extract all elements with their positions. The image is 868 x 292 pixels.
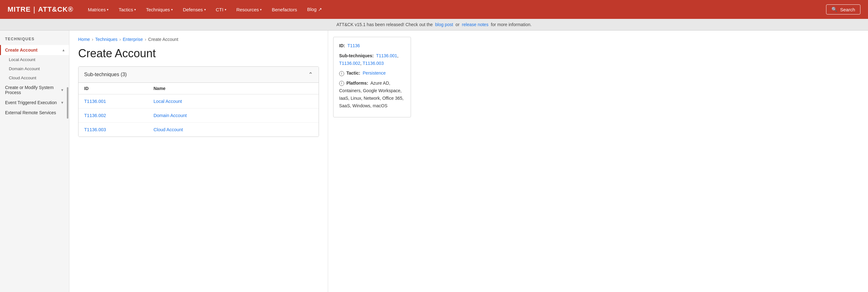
chevron-up-icon: ▲ — [62, 48, 65, 52]
sub-link-2[interactable]: T1136.002 — [339, 61, 360, 66]
main-nav: Matrices ▾ Tactics ▾ Techniques ▾ Defens… — [84, 4, 861, 15]
breadcrumb: Home › Techniques › Enterprise › Create … — [78, 37, 319, 42]
sidebar-scrollbar[interactable] — [67, 87, 68, 119]
release-notes-link[interactable]: release notes — [462, 22, 489, 27]
search-icon: 🔍 — [831, 7, 837, 12]
info-icon: i — [339, 71, 344, 76]
sidebar-item-create-modify[interactable]: Create or Modify System Process ▼ — [0, 82, 69, 98]
sidebar-item-event-triggered[interactable]: Event Triggered Execution ▼ — [0, 98, 69, 108]
id-label: ID: — [339, 43, 345, 48]
table-row: T1136.003 Cloud Account — [79, 123, 319, 137]
subtechnique-name-local-account[interactable]: Local Account — [154, 99, 313, 104]
breadcrumb-enterprise[interactable]: Enterprise — [123, 37, 143, 42]
nav-cti[interactable]: CTI ▾ — [212, 4, 231, 15]
col-id: ID — [84, 86, 154, 91]
subtechnique-name-domain-account[interactable]: Domain Account — [154, 113, 313, 118]
info-id-row: ID: T1136 — [339, 42, 405, 50]
id-value[interactable]: T1136 — [347, 43, 360, 48]
page-title: Create Account — [78, 47, 319, 60]
logo-mitre: MITRE — [7, 5, 31, 13]
chevron-down-icon: ▼ — [61, 88, 64, 92]
chevron-down-icon: ▾ — [225, 8, 226, 11]
main-layout: TECHNIQUES Create Account ▲ Local Accoun… — [0, 31, 868, 292]
right-panel: ID: T1136 Sub-techniques: T1136.001, T11… — [328, 31, 416, 292]
breadcrumb-current: Create Account — [148, 37, 178, 42]
tactic-value[interactable]: Persistence — [363, 71, 386, 75]
nav-matrices[interactable]: Matrices ▾ — [84, 4, 113, 15]
subtechniques-label: Sub-techniques: — [339, 53, 374, 58]
chevron-down-icon: ▼ — [61, 101, 64, 105]
subtechnique-link-t1136001[interactable]: T1136.001 — [84, 99, 154, 104]
subtechnique-name-cloud-account[interactable]: Cloud Account — [154, 127, 313, 132]
info-subtechniques-row: Sub-techniques: T1136.001, T1136.002, T1… — [339, 52, 405, 67]
logo-divider: | — [33, 5, 35, 14]
sidebar-subitem-local-account[interactable]: Local Account — [0, 55, 69, 64]
tactic-label: Tactic: — [346, 71, 360, 75]
info-tactic-row: i Tactic: Persistence — [339, 70, 405, 77]
nav-defenses[interactable]: Defenses ▾ — [178, 4, 210, 15]
collapse-icon[interactable]: ⌃ — [308, 71, 313, 78]
platforms-label: Platforms: — [346, 80, 368, 85]
sidebar: TECHNIQUES Create Account ▲ Local Accoun… — [0, 31, 69, 292]
sub-link-1[interactable]: T1136.001 — [376, 53, 397, 58]
subtechniques-card: Sub-techniques (3) ⌃ ID Name T1136.001 L… — [78, 66, 319, 137]
sidebar-subitem-domain-account[interactable]: Domain Account — [0, 64, 69, 73]
col-name: Name — [154, 86, 313, 91]
logo[interactable]: MITRE | ATT&CK® — [7, 5, 73, 14]
table-row: T1136.002 Domain Account — [79, 109, 319, 123]
subtechniques-title: Sub-techniques (3) — [84, 72, 127, 77]
chevron-down-icon: ▾ — [134, 8, 136, 11]
table-row: T1136.001 Local Account — [79, 95, 319, 109]
logo-attck: ATT&CK® — [38, 5, 73, 13]
subtechnique-link-t1136003[interactable]: T1136.003 — [84, 127, 154, 132]
blog-post-link[interactable]: blog post — [435, 22, 453, 27]
chevron-down-icon: ▾ — [204, 8, 206, 11]
nav-tactics[interactable]: Tactics ▾ — [114, 4, 140, 15]
nav-blog[interactable]: Blog ↗ — [303, 4, 326, 15]
chevron-down-icon: ▾ — [260, 8, 261, 11]
search-button[interactable]: 🔍 Search — [826, 4, 861, 14]
info-platforms-row: i Platforms: Azure AD, Containers, Googl… — [339, 80, 405, 110]
breadcrumb-home[interactable]: Home — [78, 37, 90, 42]
main-content: Home › Techniques › Enterprise › Create … — [69, 31, 328, 292]
chevron-down-icon: ▾ — [171, 8, 173, 11]
nav-resources[interactable]: Resources ▾ — [232, 4, 266, 15]
main-header: MITRE | ATT&CK® Matrices ▾ Tactics ▾ Tec… — [0, 0, 868, 19]
subtechnique-link-t1136002[interactable]: T1136.002 — [84, 113, 154, 118]
info-card: ID: T1136 Sub-techniques: T1136.001, T11… — [333, 37, 411, 117]
nav-techniques[interactable]: Techniques ▾ — [142, 4, 177, 15]
subtechniques-header: Sub-techniques (3) ⌃ — [79, 67, 319, 83]
table-header-row: ID Name — [79, 83, 319, 95]
info-icon: i — [339, 81, 344, 86]
sidebar-item-external-remote[interactable]: External Remote Services — [0, 108, 69, 118]
breadcrumb-techniques[interactable]: Techniques — [95, 37, 118, 42]
announcement-bar: ATT&CK v15.1 has been released! Check ou… — [0, 19, 868, 31]
nav-benefactors[interactable]: Benefactors — [267, 4, 301, 15]
sub-link-3[interactable]: T1136.003 — [363, 61, 383, 66]
sidebar-item-create-account[interactable]: Create Account ▲ — [0, 45, 69, 55]
chevron-down-icon: ▾ — [107, 8, 108, 11]
sidebar-section-title: TECHNIQUES — [0, 37, 69, 45]
sidebar-subitem-cloud-account[interactable]: Cloud Account — [0, 73, 69, 82]
